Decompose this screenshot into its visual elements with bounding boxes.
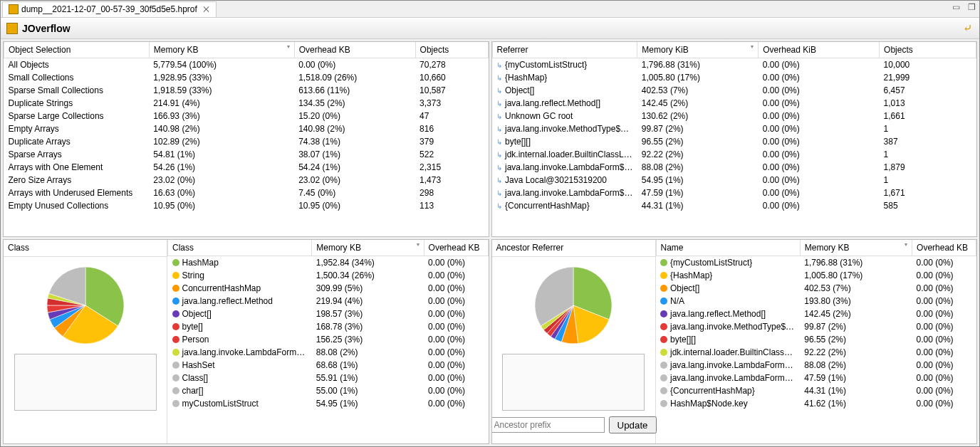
h-scrollbar[interactable] [167, 431, 489, 443]
table-row[interactable]: java.lang.invoke.MethodType$ConcurrentWe… [656, 320, 976, 333]
minimize-icon[interactable]: ▭ [951, 2, 961, 12]
table-row[interactable]: java.lang.invoke.LambdaForm$NamedFunctio… [656, 372, 976, 384]
table-row[interactable]: Class[]55.91 (1%)0.00 (0%) [168, 372, 489, 384]
table-row[interactable]: Object[]198.57 (3%)0.00 (0%) [168, 307, 489, 320]
update-button[interactable]: Update [609, 416, 657, 433]
col-overhead-kb[interactable]: Overhead KB [424, 240, 488, 256]
col-name[interactable]: Name [656, 240, 800, 256]
table-row[interactable]: Duplicate Strings214.91 (4%)134.35 (2%)3… [4, 97, 489, 110]
class-table: Class Memory KB▾ Overhead KB HashMap1,95… [167, 240, 489, 410]
ancestor-prefix-input[interactable] [491, 417, 605, 433]
table-row[interactable]: N/A193.80 (3%)0.00 (0%) [656, 295, 976, 307]
table-row[interactable]: Empty Arrays140.98 (2%)140.98 (2%)816 [4, 122, 489, 135]
table-row[interactable]: All Objects5,779.54 (100%)0.00 (0%)70,27… [4, 58, 489, 71]
close-icon[interactable] [203, 6, 210, 13]
table-row[interactable]: java.lang.invoke.LambdaForm$Name88.08 (2… [168, 346, 489, 359]
arrow-icon: ↳ [496, 112, 504, 120]
table-row[interactable]: jdk.internal.loader.BuiltinClassLoader92… [656, 346, 976, 359]
window-controls: ▭ ❐ [951, 2, 976, 12]
arrow-icon: ↳ [496, 164, 504, 171]
arrow-icon: ↳ [496, 189, 504, 196]
col-memory-kb[interactable]: Memory KB▾ [800, 240, 912, 256]
table-row[interactable]: ↳java.lang.reflect.Method[]142.45 (2%)0.… [492, 97, 976, 110]
arrow-icon: ↳ [496, 100, 504, 107]
table-row[interactable]: Duplicate Arrays102.89 (2%)74.38 (1%)379 [4, 135, 489, 148]
table-row[interactable]: Object[]402.53 (7%)0.00 (0%) [656, 282, 976, 295]
col-overhead-kib[interactable]: Overhead KiB [759, 42, 880, 58]
class-legend-box [14, 354, 157, 411]
col-referrer[interactable]: Referrer [492, 42, 637, 58]
col-object-selection[interactable]: Object Selection [4, 42, 150, 58]
table-row[interactable]: ↳byte[][]96.55 (2%)0.00 (0%)387 [492, 135, 976, 148]
table-row[interactable]: ↳java.lang.invoke.MethodType$ConcurrentW… [492, 122, 976, 135]
table-row[interactable]: Small Collections1,928.95 (33%)1,518.09 … [4, 71, 489, 84]
h-scrollbar[interactable] [4, 224, 489, 236]
tab-title: dump__2021-12-07_00-57-39_30f5d5e5.hprof [21, 4, 197, 14]
color-dot [660, 285, 667, 292]
color-dot [172, 323, 179, 330]
table-row[interactable]: ↳Java Local@3021531920054.95 (1%)0.00 (0… [492, 174, 976, 186]
table-row[interactable]: Arrays with One Element54.26 (1%)54.24 (… [4, 161, 489, 174]
table-row[interactable]: {ConcurrentHashMap}44.31 (1%)0.00 (0%) [656, 384, 976, 397]
sort-desc-icon: ▾ [905, 241, 907, 248]
ancestor-pie-chart[interactable] [531, 263, 616, 348]
table-row[interactable]: {myCustomListStruct}1,796.88 (31%)0.00 (… [656, 256, 976, 269]
col-memory-kb[interactable]: Memory KB▾ [312, 240, 424, 256]
col-objects[interactable]: Objects [415, 42, 488, 58]
h-scrollbar[interactable] [656, 431, 977, 443]
table-row[interactable]: ↳{myCustomListStruct}1,796.88 (31%)0.00 … [492, 58, 976, 71]
table-row[interactable]: char[]55.00 (1%)0.00 (0%) [168, 384, 489, 397]
table-row[interactable]: ↳java.lang.invoke.LambdaForm$Name[]88.08… [492, 161, 976, 174]
main-grid: Object Selection Memory KB▾ Overhead KB … [1, 39, 979, 446]
table-row[interactable]: ↳{HashMap}1,005.80 (17%)0.00 (0%)21,999 [492, 71, 976, 84]
back-arrow-icon[interactable]: ⤶ [963, 21, 972, 35]
table-row[interactable]: ↳Unknown GC root130.62 (2%)0.00 (0%)1,66… [492, 110, 976, 122]
table-row[interactable]: byte[]168.78 (3%)0.00 (0%) [168, 320, 489, 333]
table-row[interactable]: String1,500.34 (26%)0.00 (0%) [168, 269, 489, 282]
table-row[interactable]: ConcurrentHashMap309.99 (5%)0.00 (0%) [168, 282, 489, 295]
referrer-scroll[interactable]: Referrer Memory KiB▾ Overhead KiB Object… [492, 42, 977, 224]
col-overhead-kb[interactable]: Overhead KB [294, 42, 415, 58]
table-row[interactable]: Sparse Large Collections166.93 (3%)15.20… [4, 110, 489, 122]
table-row[interactable]: ↳jdk.internal.loader.BuiltinClassLoader9… [492, 148, 976, 161]
col-objects[interactable]: Objects [880, 42, 976, 58]
table-row[interactable]: Sparse Arrays54.81 (1%)38.07 (1%)522 [4, 148, 489, 161]
table-row[interactable]: byte[][]96.55 (2%)0.00 (0%) [656, 333, 976, 346]
table-row[interactable]: Arrays with Underused Elements16.63 (0%)… [4, 186, 489, 199]
class-pie-chart[interactable] [43, 263, 128, 348]
color-dot [172, 374, 179, 382]
col-overhead-kb[interactable]: Overhead KB [912, 240, 976, 256]
table-row[interactable]: {HashMap}1,005.80 (17%)0.00 (0%) [656, 269, 976, 282]
color-dot [172, 387, 179, 394]
table-row[interactable]: java.lang.invoke.LambdaForm$Name[]88.08 … [656, 359, 976, 372]
object-selection-table: Object Selection Memory KB▾ Overhead KB … [4, 42, 489, 212]
table-row[interactable]: java.lang.reflect.Method219.94 (4%)0.00 … [168, 295, 489, 307]
table-row[interactable]: java.lang.reflect.Method[]142.45 (2%)0.0… [656, 307, 976, 320]
arrow-icon: ↳ [496, 125, 504, 132]
editor-tab[interactable]: dump__2021-12-07_00-57-39_30f5d5e5.hprof [2, 1, 217, 17]
table-row[interactable]: Person156.25 (3%)0.00 (0%) [168, 333, 489, 346]
class-panel: Class Class Memory KB▾ Overhead KB [3, 239, 489, 444]
arrow-icon: ↳ [496, 151, 504, 158]
table-row[interactable]: HashMap$Node.key41.62 (1%)0.00 (0%) [656, 397, 976, 410]
table-row[interactable]: ↳{ConcurrentHashMap}44.31 (1%)0.00 (0%)5… [492, 199, 976, 212]
table-row[interactable]: Sparse Small Collections1,918.59 (33%)61… [4, 84, 489, 97]
table-row[interactable]: ↳java.lang.invoke.LambdaForm$NamedFuncti… [492, 186, 976, 199]
table-row[interactable]: Zero Size Arrays23.02 (0%)23.02 (0%)1,47… [4, 174, 489, 186]
table-row[interactable]: ↳Object[]402.53 (7%)0.00 (0%)6,457 [492, 84, 976, 97]
col-memory-kb[interactable]: Memory KB▾ [149, 42, 294, 58]
col-memory-kib[interactable]: Memory KiB▾ [637, 42, 759, 58]
class-table-scroll[interactable]: Class Memory KB▾ Overhead KB HashMap1,95… [167, 240, 489, 431]
table-row[interactable]: HashSet68.68 (1%)0.00 (0%) [168, 359, 489, 372]
table-row[interactable]: HashMap1,952.84 (34%)0.00 (0%) [168, 256, 489, 269]
sort-desc-icon: ▾ [417, 241, 419, 248]
h-scrollbar[interactable] [492, 224, 977, 236]
table-row[interactable]: myCustomListStruct54.95 (1%)0.00 (0%) [168, 397, 489, 410]
ancestor-table-scroll[interactable]: Name Memory KB▾ Overhead KB {myCustomLis… [656, 240, 977, 431]
table-row[interactable]: Empty Unused Collections10.95 (0%)10.95 … [4, 199, 489, 212]
object-selection-scroll[interactable]: Object Selection Memory KB▾ Overhead KB … [4, 42, 489, 224]
maximize-icon[interactable]: ❐ [966, 2, 976, 12]
joverflow-icon [6, 23, 18, 34]
color-dot [660, 400, 667, 407]
col-class[interactable]: Class [168, 240, 312, 256]
